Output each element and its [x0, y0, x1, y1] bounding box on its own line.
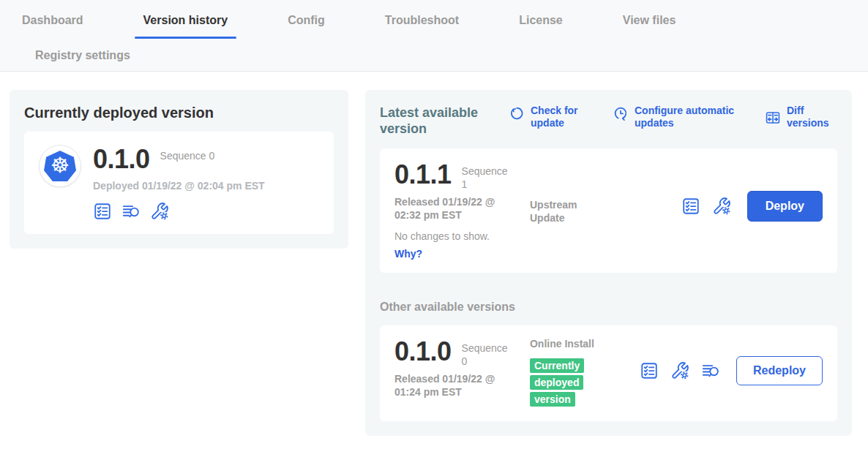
- other-available-versions-title: Other available versions: [380, 301, 837, 314]
- redeploy-button[interactable]: Redeploy: [736, 356, 823, 385]
- latest-available-title: Latest available version: [380, 105, 490, 137]
- other-actions-column: Redeploy: [640, 337, 823, 385]
- other-sequence-label: Sequence 0: [462, 341, 513, 368]
- latest-source-label: Upstream Update: [530, 198, 596, 224]
- nav-row-primary: Dashboard Version history Config Trouble…: [19, 0, 868, 40]
- tab-license[interactable]: License: [516, 14, 566, 27]
- latest-source-column: Upstream Update: [530, 160, 640, 260]
- latest-version-card: 0.1.1 Sequence 1 Released 01/19/22 @ 02:…: [380, 148, 837, 273]
- other-source-column: Online Install Currently deployed versio…: [530, 337, 640, 408]
- check-for-update-label: Check for update: [531, 105, 583, 129]
- other-source-label: Online Install: [530, 337, 596, 350]
- preflight-checklist-icon[interactable]: [93, 202, 112, 221]
- top-navigation: Dashboard Version history Config Trouble…: [0, 0, 868, 72]
- deployed-version-details: 0.1.0 Sequence 0 Deployed 01/19/22 @ 02:…: [93, 145, 265, 221]
- view-logs-icon[interactable]: [701, 361, 720, 380]
- edit-config-icon[interactable]: [150, 202, 169, 221]
- kubernetes-heptagon: ☸: [44, 151, 76, 181]
- tab-config[interactable]: Config: [285, 14, 328, 27]
- tab-view-files[interactable]: View files: [620, 14, 679, 27]
- preflight-checklist-icon[interactable]: [681, 197, 700, 216]
- refresh-icon: [509, 105, 525, 121]
- deployed-version-number: 0.1.0: [93, 145, 150, 174]
- updates-header: Latest available version Check for updat…: [380, 105, 837, 137]
- deployed-sequence-label: Sequence 0: [160, 149, 215, 162]
- currently-deployed-badge: Currently deployed version: [530, 358, 584, 407]
- deployed-version-card: ☸ 0.1.0 Sequence 0 Deployed 01/19/22 @ 0…: [24, 132, 334, 234]
- other-version-number: 0.1.0: [394, 337, 452, 366]
- kubernetes-logo: ☸: [39, 145, 81, 187]
- tab-troubleshoot[interactable]: Troubleshoot: [382, 14, 462, 27]
- latest-sequence-label: Sequence 1: [462, 165, 513, 191]
- update-actions: Check for update Configure automatic upd…: [509, 105, 837, 129]
- preflight-checklist-icon[interactable]: [640, 361, 659, 380]
- currently-deployed-title: Currently deployed version: [24, 105, 334, 121]
- why-link[interactable]: Why?: [394, 248, 530, 260]
- configure-automatic-updates-link[interactable]: Configure automatic updates: [613, 105, 736, 129]
- latest-actions-column: Deploy: [640, 160, 823, 222]
- edit-config-icon[interactable]: [712, 197, 731, 216]
- available-updates-panel: Latest available version Check for updat…: [365, 90, 852, 436]
- auto-update-clock-icon: [613, 105, 629, 121]
- view-logs-icon[interactable]: [121, 202, 141, 221]
- other-released-timestamp: Released 01/19/22 @ 01:24 pm EST: [394, 372, 520, 399]
- main-content: Currently deployed version ☸ 0.1.0 Seque…: [0, 72, 868, 436]
- diff-versions-icon: [765, 110, 781, 126]
- tab-registry-settings[interactable]: Registry settings: [32, 49, 133, 62]
- configure-automatic-updates-label: Configure automatic updates: [635, 105, 736, 129]
- kubernetes-wheel-icon: ☸: [50, 155, 70, 176]
- other-version-details: 0.1.0 Sequence 0 Released 01/19/22 @ 01:…: [394, 337, 530, 408]
- diff-versions-label: Diff versions: [787, 105, 837, 129]
- deployed-timestamp: Deployed 01/19/22 @ 02:04 pm EST: [93, 180, 265, 192]
- check-for-update-link[interactable]: Check for update: [509, 105, 583, 129]
- no-changes-note: No changes to show.: [394, 230, 530, 242]
- latest-version-details: 0.1.1 Sequence 1 Released 01/19/22 @ 02:…: [394, 160, 530, 260]
- other-version-card: 0.1.0 Sequence 0 Released 01/19/22 @ 01:…: [380, 325, 837, 421]
- tab-version-history[interactable]: Version history: [141, 14, 231, 27]
- currently-deployed-panel: Currently deployed version ☸ 0.1.0 Seque…: [10, 90, 348, 249]
- tab-dashboard[interactable]: Dashboard: [19, 14, 86, 27]
- latest-released-timestamp: Released 01/19/22 @ 02:32 pm EST: [394, 195, 520, 222]
- edit-config-icon[interactable]: [670, 361, 689, 380]
- latest-version-number: 0.1.1: [394, 160, 452, 189]
- deploy-button[interactable]: Deploy: [747, 191, 823, 222]
- nav-row-secondary: Registry settings: [19, 40, 868, 71]
- diff-versions-link[interactable]: Diff versions: [765, 105, 837, 129]
